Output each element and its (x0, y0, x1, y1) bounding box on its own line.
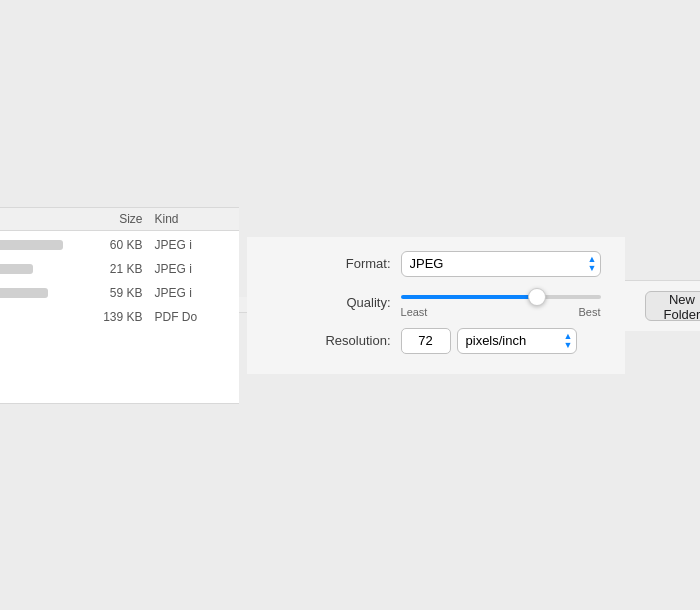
quality-wrapper: Least Best (401, 287, 601, 318)
empty-row (0, 377, 239, 401)
format-row: Format: JPEG PNG TIFF PDF ▲ ▼ (271, 251, 601, 277)
column-name-header: Name (0, 212, 63, 226)
file-name-cell (0, 264, 63, 274)
file-size-cell: 21 KB (63, 262, 143, 276)
file-list: 60 KB JPEG i 21 KB JPEG i 59 KB JPEG i (0, 231, 239, 403)
file-size-cell: 60 KB (63, 238, 143, 252)
file-kind-cell: JPEG i (143, 262, 223, 276)
file-list-header: Name Size Kind (0, 208, 239, 231)
bottom-bar: New Folder Cancel Save (625, 280, 700, 331)
table-row[interactable]: 59 KB JPEG i (0, 281, 239, 305)
file-kind-cell: PDF Do (143, 310, 223, 324)
table-row[interactable]: 60 KB JPEG i (0, 233, 239, 257)
resolution-unit-select[interactable]: pixels/inch pixels/cm (457, 328, 577, 354)
resolution-input[interactable] (401, 328, 451, 354)
resolution-label: Resolution: (271, 333, 391, 348)
resolution-unit-wrapper: pixels/inch pixels/cm ▲ ▼ (457, 328, 577, 354)
options-section: Format: JPEG PNG TIFF PDF ▲ ▼ Quality: (247, 237, 625, 374)
table-row[interactable]: 139 KB PDF Do (0, 305, 239, 329)
quality-max-label: Best (579, 306, 601, 318)
table-row[interactable]: 21 KB JPEG i (0, 257, 239, 281)
column-size-header: Size (63, 212, 143, 226)
file-kind-cell: JPEG i (143, 286, 223, 300)
resolution-row: Resolution: pixels/inch pixels/cm ▲ ▼ (271, 328, 601, 354)
empty-row (0, 329, 239, 353)
format-select-wrapper: JPEG PNG TIFF PDF ▲ ▼ (401, 251, 601, 277)
file-name-cell (0, 240, 63, 250)
column-kind-header: Kind (143, 212, 223, 226)
file-size-cell: 59 KB (63, 286, 143, 300)
file-name-cell (0, 288, 63, 298)
quality-row: Quality: Least Best (271, 287, 601, 318)
file-name-blurred (0, 288, 48, 298)
file-kind-cell: JPEG i (143, 238, 223, 252)
file-list-area: Name Size Kind 60 KB JPEG i 21 KB JPEG i (0, 207, 239, 404)
quality-slider[interactable] (401, 295, 601, 299)
file-size-cell: 139 KB (63, 310, 143, 324)
format-label: Format: (271, 256, 391, 271)
quality-label: Quality: (271, 295, 391, 310)
file-name-blurred (0, 264, 33, 274)
file-name-cell (0, 312, 63, 322)
quality-min-label: Least (401, 306, 428, 318)
file-name-blurred (0, 240, 63, 250)
empty-row (0, 353, 239, 377)
format-select[interactable]: JPEG PNG TIFF PDF (401, 251, 601, 277)
new-folder-button[interactable]: New Folder (645, 291, 700, 321)
scrollbar-area (239, 297, 247, 313)
slider-labels: Least Best (401, 306, 601, 318)
slider-container (401, 287, 601, 302)
